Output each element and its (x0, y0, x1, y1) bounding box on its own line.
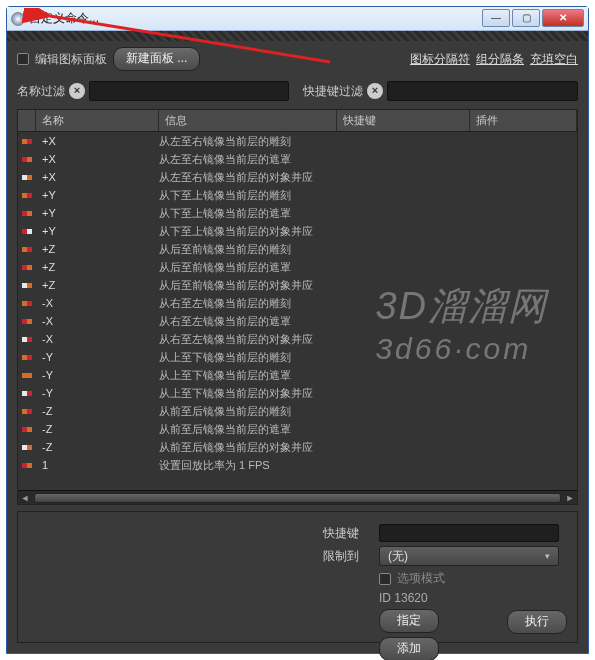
row-info: 从前至后镜像当前层的遮罩 (159, 422, 337, 437)
add-button[interactable]: 添加 (379, 637, 439, 660)
row-name: -X (36, 333, 159, 345)
shortcut-filter-input[interactable] (387, 81, 578, 101)
table-row[interactable]: 1设置回放比率为 1 FPS (18, 456, 577, 474)
titlebar[interactable]: 自定义命令... — ▢ ✕ (7, 7, 588, 31)
row-name: +X (36, 135, 159, 147)
table-row[interactable]: -Z从前至后镜像当前层的雕刻 (18, 402, 577, 420)
row-name: +Y (36, 207, 159, 219)
row-info: 设置回放比率为 1 FPS (159, 458, 337, 473)
edit-palette-label: 编辑图标面板 (35, 51, 107, 68)
table-row[interactable]: -X从右至左镜像当前层的对象并应 (18, 330, 577, 348)
table-row[interactable]: +Y从下至上镜像当前层的雕刻 (18, 186, 577, 204)
table-row[interactable]: +Y从下至上镜像当前层的遮罩 (18, 204, 577, 222)
row-name: -Y (36, 351, 159, 363)
limit-select-value: (无) (388, 548, 408, 565)
chevron-down-icon: ▾ (545, 551, 550, 561)
row-info: 从上至下镜像当前层的对象并应 (159, 386, 337, 401)
scroll-right-icon[interactable]: ► (563, 492, 577, 504)
row-icon (18, 193, 36, 198)
row-info: 从下至上镜像当前层的雕刻 (159, 188, 337, 203)
row-icon (18, 175, 36, 180)
table-row[interactable]: +Z从后至前镜像当前层的对象并应 (18, 276, 577, 294)
maximize-button[interactable]: ▢ (512, 9, 540, 27)
row-icon (18, 445, 36, 450)
col-plugin[interactable]: 插件 (470, 110, 577, 131)
row-icon (18, 157, 36, 162)
row-name: -Z (36, 423, 159, 435)
edit-palette-checkbox[interactable] (17, 53, 29, 65)
scroll-left-icon[interactable]: ◄ (18, 492, 32, 504)
row-name: -X (36, 297, 159, 309)
row-icon (18, 211, 36, 216)
icon-separator-button[interactable]: 图标分隔符 (410, 51, 470, 68)
row-name: +Z (36, 243, 159, 255)
row-name: -Z (36, 405, 159, 417)
col-shortcut[interactable]: 快捷键 (337, 110, 470, 131)
name-filter-clear-icon[interactable]: × (69, 83, 85, 99)
assign-button[interactable]: 指定 (379, 609, 439, 633)
row-name: -X (36, 315, 159, 327)
limit-select[interactable]: (无) ▾ (379, 546, 559, 566)
grip-bar[interactable] (7, 31, 588, 41)
window: 自定义命令... — ▢ ✕ 编辑图标面板 新建面板 ... 图标分隔符 组分隔… (6, 6, 589, 654)
table-row[interactable]: -X从右至左镜像当前层的遮罩 (18, 312, 577, 330)
id-label: ID 13620 (379, 591, 428, 605)
fill-blank-button[interactable]: 充填空白 (530, 51, 578, 68)
row-info: 从下至上镜像当前层的遮罩 (159, 206, 337, 221)
col-icon[interactable] (18, 110, 36, 131)
row-icon (18, 391, 36, 396)
table-row[interactable]: -Y从上至下镜像当前层的雕刻 (18, 348, 577, 366)
row-info: 从上至下镜像当前层的雕刻 (159, 350, 337, 365)
table-row[interactable]: +Y从下至上镜像当前层的对象并应 (18, 222, 577, 240)
row-info: 从后至前镜像当前层的对象并应 (159, 278, 337, 293)
table-row[interactable]: -Y从上至下镜像当前层的遮罩 (18, 366, 577, 384)
row-icon (18, 319, 36, 324)
row-info: 从后至前镜像当前层的雕刻 (159, 242, 337, 257)
row-name: +X (36, 153, 159, 165)
shortcut-field-input[interactable] (379, 524, 559, 542)
table-body[interactable]: +X从左至右镜像当前层的雕刻+X从左至右镜像当前层的遮罩+X从左至右镜像当前层的… (18, 132, 577, 490)
shortcut-field-label: 快捷键 (323, 525, 371, 542)
top-toolbar: 编辑图标面板 新建面板 ... 图标分隔符 组分隔条 充填空白 (7, 41, 588, 77)
row-name: -Z (36, 441, 159, 453)
group-separator-button[interactable]: 组分隔条 (476, 51, 524, 68)
row-name: -Y (36, 369, 159, 381)
close-button[interactable]: ✕ (542, 9, 584, 27)
table-row[interactable]: +Z从后至前镜像当前层的雕刻 (18, 240, 577, 258)
table-header: 名称 信息 快捷键 插件 (18, 110, 577, 132)
table-row[interactable]: +X从左至右镜像当前层的雕刻 (18, 132, 577, 150)
shortcut-filter-label: 快捷键过滤 (303, 83, 363, 100)
table-row[interactable]: +Z从后至前镜像当前层的遮罩 (18, 258, 577, 276)
table-row[interactable]: -Z从前至后镜像当前层的对象并应 (18, 438, 577, 456)
row-icon (18, 283, 36, 288)
table-row[interactable]: +X从左至右镜像当前层的遮罩 (18, 150, 577, 168)
col-info[interactable]: 信息 (159, 110, 337, 131)
filter-row: 名称过滤 × 快捷键过滤 × (7, 77, 588, 109)
client-area: 编辑图标面板 新建面板 ... 图标分隔符 组分隔条 充填空白 名称过滤 × 快… (7, 31, 588, 653)
row-info: 从前至后镜像当前层的雕刻 (159, 404, 337, 419)
table-row[interactable]: -Z从前至后镜像当前层的遮罩 (18, 420, 577, 438)
detail-form: 快捷键 限制到 (无) ▾ 选项模式 ID 13620 (323, 520, 569, 660)
row-info: 从后至前镜像当前层的遮罩 (159, 260, 337, 275)
shortcut-filter-clear-icon[interactable]: × (367, 83, 383, 99)
scroll-thumb[interactable] (34, 493, 561, 503)
table-row[interactable]: +X从左至右镜像当前层的对象并应 (18, 168, 577, 186)
name-filter-input[interactable] (89, 81, 289, 101)
execute-button[interactable]: 执行 (507, 610, 567, 634)
row-name: +X (36, 171, 159, 183)
row-info: 从右至左镜像当前层的对象并应 (159, 332, 337, 347)
option-mode-checkbox[interactable] (379, 573, 391, 585)
row-icon (18, 409, 36, 414)
name-filter-label: 名称过滤 (17, 83, 65, 100)
table-row[interactable]: -X从右至左镜像当前层的雕刻 (18, 294, 577, 312)
minimize-button[interactable]: — (482, 9, 510, 27)
row-info: 从上至下镜像当前层的遮罩 (159, 368, 337, 383)
detail-panel: 快捷键 限制到 (无) ▾ 选项模式 ID 13620 (17, 511, 578, 643)
new-panel-button[interactable]: 新建面板 ... (113, 47, 200, 71)
row-name: +Z (36, 279, 159, 291)
h-scrollbar[interactable]: ◄ ► (18, 490, 577, 504)
row-icon (18, 337, 36, 342)
table-row[interactable]: -Y从上至下镜像当前层的对象并应 (18, 384, 577, 402)
row-info: 从左至右镜像当前层的遮罩 (159, 152, 337, 167)
col-name[interactable]: 名称 (36, 110, 159, 131)
